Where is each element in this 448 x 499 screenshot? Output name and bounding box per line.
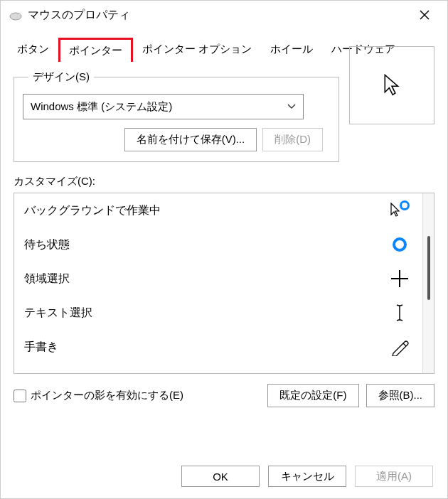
dialog-title: マウスのプロパティ xyxy=(28,8,410,23)
browse-button[interactable]: 参照(B)... xyxy=(366,384,435,407)
arrow-cursor-icon xyxy=(382,73,402,97)
pen-icon xyxy=(390,337,410,357)
close-icon xyxy=(420,10,430,20)
tab-buttons[interactable]: ボタン xyxy=(8,38,58,62)
chevron-down-icon xyxy=(287,103,296,111)
customize-label: カスタマイズ(C): xyxy=(14,175,434,188)
cancel-button[interactable]: キャンセル xyxy=(268,466,346,487)
delete-button: 削除(D) xyxy=(262,128,323,151)
list-item[interactable]: 領域選択 xyxy=(14,262,422,296)
list-item[interactable]: バックグラウンドで作業中 xyxy=(14,193,422,227)
save-as-button[interactable]: 名前を付けて保存(V)... xyxy=(124,128,257,151)
svg-point-4 xyxy=(394,239,405,250)
mouse-properties-dialog: マウスのプロパティ ボタン ポインター ポインター オプション ホイール ハード… xyxy=(0,0,448,499)
text-beam-icon xyxy=(390,303,410,323)
svg-point-3 xyxy=(401,202,409,210)
precision-cross-icon xyxy=(390,269,410,289)
scrollbar[interactable] xyxy=(422,193,434,373)
scheme-selected: Windows 標準 (システム設定) xyxy=(31,100,172,114)
pointer-shadow-checkbox-wrap[interactable]: ポインターの影を有効にする(E) xyxy=(14,389,260,402)
scroll-thumb[interactable] xyxy=(427,236,430,300)
list-item[interactable]: テキスト選択 xyxy=(14,296,422,330)
list-item-label: 領域選択 xyxy=(24,272,70,286)
list-item[interactable]: 待ち状態 xyxy=(14,227,422,262)
list-item[interactable]: 手書き xyxy=(14,330,422,364)
list-item-label: バックグラウンドで作業中 xyxy=(24,203,161,218)
close-button[interactable] xyxy=(410,4,439,26)
scheme-dropdown[interactable]: Windows 標準 (システム設定) xyxy=(23,94,304,119)
dialog-footer: OK キャンセル 適用(A) xyxy=(1,454,447,498)
pointer-preview xyxy=(349,46,434,124)
pointer-list: バックグラウンドで作業中 待ち状態 領域選択 xyxy=(14,193,434,374)
unavailable-icon xyxy=(390,371,410,373)
use-default-button[interactable]: 既定の設定(F) xyxy=(267,384,358,407)
apply-button: 適用(A) xyxy=(355,466,433,487)
design-legend: デザイン(S) xyxy=(28,70,94,84)
list-item-label: 手書き xyxy=(24,340,58,355)
svg-point-0 xyxy=(10,13,21,20)
busy-circle-icon xyxy=(390,235,410,254)
arrow-busy-icon xyxy=(390,200,410,220)
mouse-icon xyxy=(9,11,22,19)
tab-panel-pointers: デザイン(S) Windows 標準 (システム設定) 名前を付けて保存(V).… xyxy=(1,62,447,454)
design-fieldset: デザイン(S) Windows 標準 (システム設定) 名前を付けて保存(V).… xyxy=(14,70,339,162)
list-item[interactable]: 利用不可 xyxy=(14,364,422,373)
list-item-label: 待ち状態 xyxy=(24,237,70,252)
tab-wheel[interactable]: ホイール xyxy=(261,38,322,62)
pointer-shadow-label: ポインターの影を有効にする(E) xyxy=(31,389,183,402)
list-item-label: テキスト選択 xyxy=(24,306,92,321)
tab-pointer-options[interactable]: ポインター オプション xyxy=(133,38,261,62)
tab-pointers[interactable]: ポインター xyxy=(58,38,133,62)
pointer-shadow-checkbox[interactable] xyxy=(14,390,26,402)
titlebar: マウスのプロパティ xyxy=(1,1,447,29)
ok-button[interactable]: OK xyxy=(181,466,260,487)
